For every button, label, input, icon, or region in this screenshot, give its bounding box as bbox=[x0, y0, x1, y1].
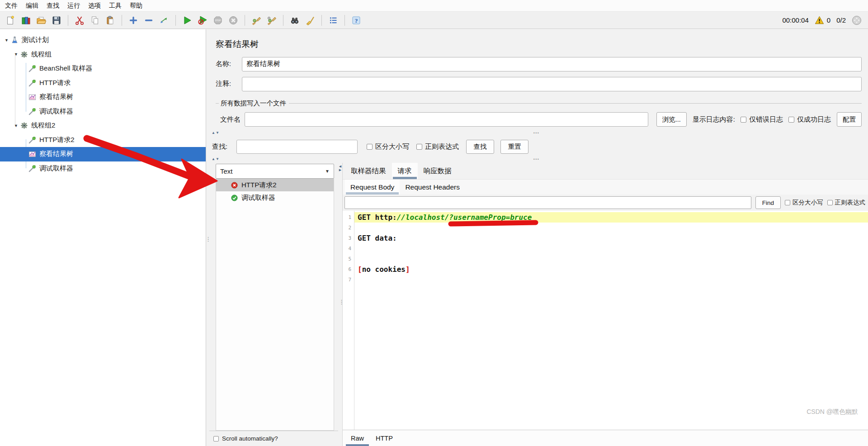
collapse-all-icon[interactable] bbox=[143, 14, 155, 26]
view-results-tree-config: 察看结果树 名称: 注释: 所有数据写入一个文件 文件名 浏览. bbox=[209, 29, 868, 131]
menu-run[interactable]: 运行 bbox=[63, 2, 84, 10]
warning-indicator[interactable]: 0 bbox=[815, 15, 830, 25]
detail-case-sensitive-checkbox[interactable] bbox=[785, 200, 790, 205]
tree-item-http-request-2[interactable]: HTTP请求2 bbox=[0, 133, 206, 147]
detail-find-button[interactable]: Find bbox=[755, 196, 781, 209]
shutdown-icon[interactable] bbox=[227, 14, 239, 26]
function-helper-icon[interactable] bbox=[327, 14, 339, 26]
case-sensitive-checkbox[interactable] bbox=[367, 144, 373, 150]
errors-only-checkbox[interactable] bbox=[741, 117, 746, 123]
tab-response-data[interactable]: 响应数据 bbox=[418, 163, 458, 179]
subtab-label: Request Headers bbox=[405, 183, 460, 191]
request-body-editor[interactable]: 1 2 3 4 5 6 7 GET http://localhost/?user… bbox=[343, 211, 868, 430]
expander-icon[interactable]: ▼ bbox=[3, 38, 10, 43]
scroll-automatically-row: Scroll automatically? bbox=[209, 431, 338, 446]
toolbar-separator bbox=[122, 15, 122, 26]
tree-item-debug-sampler-2[interactable]: 调试取样器 bbox=[0, 161, 206, 176]
tree-item-label: 察看结果树 bbox=[39, 93, 73, 101]
menu-tools[interactable]: 工具 bbox=[105, 2, 126, 10]
main-splitter[interactable]: ⋮ bbox=[206, 29, 209, 446]
code-line-no-cookies: [no cookies] bbox=[354, 264, 868, 275]
tree-item-debug-sampler[interactable]: 调试取样器 bbox=[0, 104, 206, 119]
line-number: 3 bbox=[343, 233, 354, 243]
paste-icon[interactable] bbox=[104, 14, 116, 26]
tree-item-beanshell-sampler[interactable]: BeanShell 取样器 bbox=[0, 62, 206, 76]
splitter-collapse-arrows[interactable]: ▲▼ bbox=[212, 131, 220, 135]
new-file-icon[interactable] bbox=[5, 14, 16, 26]
toolbar-separator bbox=[321, 15, 322, 26]
detail-find-input[interactable] bbox=[344, 196, 751, 209]
view-mode-dropdown[interactable]: Text ▼ bbox=[216, 164, 334, 179]
warning-count: 0 bbox=[827, 16, 830, 24]
tree-item-label: HTTP请求2 bbox=[39, 136, 75, 144]
horizontal-splitter[interactable]: ▲▼ ⋯ bbox=[209, 157, 868, 163]
success-only-checkbox[interactable] bbox=[788, 117, 794, 123]
expander-icon[interactable]: ▼ bbox=[12, 52, 20, 57]
templates-icon[interactable] bbox=[20, 14, 32, 26]
subtab-request-body[interactable]: Request Body bbox=[345, 180, 400, 195]
splitter-collapse-arrows[interactable]: ◀▶ bbox=[338, 165, 342, 172]
expand-all-icon[interactable] bbox=[127, 14, 139, 26]
menu-help[interactable]: 帮助 bbox=[126, 2, 146, 10]
result-item-debug-sampler[interactable]: 调试取样器 bbox=[216, 191, 334, 204]
menu-search[interactable]: 查找 bbox=[42, 2, 63, 10]
name-input[interactable] bbox=[242, 57, 862, 71]
code-bracket: ] bbox=[406, 265, 410, 274]
tab-http[interactable]: HTTP bbox=[370, 430, 399, 446]
tree-item-thread-group-2[interactable]: ▼ 线程组2 bbox=[0, 119, 206, 133]
line-number-gutter: 1 2 3 4 5 6 7 bbox=[343, 211, 354, 430]
copy-icon[interactable] bbox=[89, 14, 101, 26]
stop-icon[interactable]: STOP bbox=[212, 14, 224, 26]
start-icon[interactable] bbox=[181, 14, 193, 26]
menu-edit[interactable]: 编辑 bbox=[22, 2, 42, 10]
menu-options[interactable]: 选项 bbox=[84, 2, 105, 10]
subtab-request-headers[interactable]: Request Headers bbox=[400, 180, 465, 195]
cut-icon[interactable] bbox=[74, 14, 85, 26]
search-reset-icon[interactable] bbox=[304, 14, 316, 26]
results-tree-icon bbox=[28, 150, 36, 158]
tab-sampler-result[interactable]: 取样器结果 bbox=[345, 163, 392, 179]
filename-label: 文件名 bbox=[216, 115, 245, 124]
line-number: 7 bbox=[343, 275, 354, 285]
comment-input[interactable] bbox=[242, 77, 862, 91]
tree-item-view-results-tree[interactable]: 察看结果树 bbox=[0, 90, 206, 104]
tab-request[interactable]: 请求 bbox=[392, 163, 418, 179]
scroll-automatically-checkbox[interactable] bbox=[213, 436, 219, 441]
open-file-icon[interactable] bbox=[35, 14, 47, 26]
filename-input[interactable] bbox=[245, 112, 648, 127]
splitter-grip[interactable]: ⋯ bbox=[533, 155, 540, 162]
fieldset-line bbox=[289, 103, 862, 104]
result-item-http-request-2[interactable]: HTTP请求2 bbox=[216, 179, 334, 191]
detail-regex-checkbox[interactable] bbox=[827, 200, 833, 205]
search-icon[interactable] bbox=[289, 14, 301, 26]
menu-file[interactable]: 文件 bbox=[1, 2, 22, 10]
results-detail-splitter[interactable]: ◀▶ ⋮ bbox=[338, 163, 342, 446]
tab-label: 请求 bbox=[398, 166, 412, 176]
clear-all-icon[interactable] bbox=[266, 14, 278, 26]
horizontal-splitter[interactable]: ▲▼ ⋯ bbox=[209, 131, 868, 137]
toggle-icon[interactable] bbox=[158, 14, 170, 26]
tree-item-http-request[interactable]: HTTP请求 bbox=[0, 76, 206, 90]
search-find-button[interactable]: 查找 bbox=[466, 140, 494, 154]
splitter-grip[interactable]: ⋯ bbox=[533, 129, 540, 136]
splitter-collapse-arrows[interactable]: ▲▼ bbox=[212, 157, 220, 161]
line-number: 4 bbox=[343, 243, 354, 254]
results-search-input[interactable] bbox=[236, 140, 358, 154]
start-no-pauses-icon[interactable] bbox=[197, 14, 208, 26]
expander-icon[interactable]: ▼ bbox=[12, 123, 20, 128]
page-title: 察看结果树 bbox=[216, 38, 862, 50]
test-plan-tree: ▼ 测试计划 ▼ 线程组 BeanShell 取样器 HTTP请求 察看结果树 bbox=[0, 29, 206, 446]
tree-item-test-plan[interactable]: ▼ 测试计划 bbox=[0, 33, 206, 47]
clear-icon[interactable] bbox=[250, 14, 262, 26]
errors-only-label: 仅错误日志 bbox=[749, 115, 783, 124]
tree-item-view-results-tree-2-selected[interactable]: 察看结果树 bbox=[0, 147, 206, 161]
regex-checkbox[interactable] bbox=[416, 144, 422, 150]
help-icon[interactable]: ? bbox=[350, 14, 362, 26]
tree-item-thread-group[interactable]: ▼ 线程组 bbox=[0, 47, 206, 62]
thread-group-icon bbox=[20, 122, 28, 130]
search-reset-button[interactable]: 重置 bbox=[500, 140, 528, 154]
browse-button[interactable]: 浏览... bbox=[656, 112, 687, 127]
save-icon[interactable] bbox=[51, 14, 62, 26]
tab-raw[interactable]: Raw bbox=[345, 430, 370, 446]
configure-button[interactable]: 配置 bbox=[837, 112, 862, 127]
